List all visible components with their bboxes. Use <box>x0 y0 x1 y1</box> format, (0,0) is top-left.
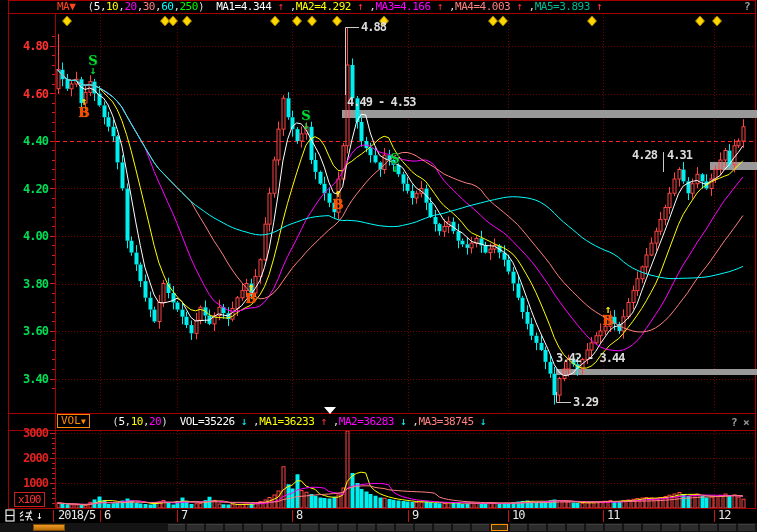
price-annotation: 4.49 - 4.53 <box>347 95 415 109</box>
scrollbar-segment[interactable] <box>605 524 622 531</box>
scrollbar-segment[interactable] <box>472 524 489 531</box>
scrollbar-segment[interactable] <box>358 524 375 531</box>
sep: , <box>406 415 418 428</box>
vol-value: MA3=38745 <box>418 415 473 428</box>
time-axis-label: 8 <box>296 509 302 522</box>
price-axis-label: 4.80 <box>6 39 48 53</box>
sep: , <box>327 415 339 428</box>
scrollbar-segment[interactable] <box>206 524 223 531</box>
ma-param: 250 <box>180 0 198 13</box>
buy-signal-marker: ↑B <box>331 189 345 210</box>
scrollbar-segment[interactable] <box>168 524 185 531</box>
vol-dropdown-icon: ▼ <box>81 417 86 426</box>
scrollbar-segment[interactable] <box>567 524 584 531</box>
paren: ) <box>161 415 173 428</box>
help-icon[interactable]: ? <box>744 0 751 13</box>
scrollbar-segment[interactable] <box>719 524 736 531</box>
volume-unit-box: x100 <box>14 492 45 507</box>
scrollbar-segment[interactable] <box>700 524 717 531</box>
signal-letter: B <box>601 315 615 326</box>
vol-label: VOL <box>61 414 81 427</box>
sep: , <box>284 0 296 13</box>
time-axis-label: 7 <box>181 509 187 522</box>
scrollbar-segment[interactable] <box>662 524 679 531</box>
scrollbar-segment[interactable] <box>339 524 356 531</box>
price-axis-label: 4.40 <box>6 134 48 148</box>
time-axis-label: 6 <box>104 509 110 522</box>
vol-close-icon[interactable]: × <box>743 416 750 429</box>
horizontal-scrollbar[interactable] <box>0 523 757 532</box>
up-arrow-icon: ↑ <box>271 0 283 13</box>
vol-value: MA1=36233 <box>259 415 314 428</box>
price-axis-label: 3.80 <box>6 277 48 291</box>
scrollbar-segment[interactable] <box>548 524 565 531</box>
down-arrow-icon: ↓ <box>394 415 406 428</box>
paren: ( <box>100 415 118 428</box>
up-arrow-icon: ↑ <box>590 0 602 13</box>
down-arrow-icon: ↓ <box>474 415 486 428</box>
sell-signal-marker: S↓ <box>86 55 100 76</box>
price-annotation: 4.28 <box>632 148 657 162</box>
scrollbar-segment[interactable] <box>681 524 698 531</box>
scrollbar-segment[interactable] <box>738 524 755 531</box>
scrollbar-segment[interactable] <box>244 524 261 531</box>
price-annotation: 4.88 <box>361 20 386 34</box>
sep: , <box>363 0 375 13</box>
ma-value: MA1=4.344 <box>216 0 271 13</box>
scrollbar-segment[interactable] <box>510 524 527 531</box>
main-indicator-header: MA▼ (5,10,20,30,60,250) MA1=4.344 ↑ ,MA2… <box>57 0 602 13</box>
scrollbar-segment[interactable] <box>282 524 299 531</box>
scrollbar-segment[interactable] <box>643 524 660 531</box>
scrollbar-segment[interactable] <box>320 524 337 531</box>
scrollbar-segment[interactable] <box>624 524 641 531</box>
scrollbar-segment[interactable] <box>434 524 451 531</box>
period-label-rixian <box>4 509 34 522</box>
scrollbar-segment[interactable] <box>491 524 508 531</box>
ma-value: MA3=4.166 <box>375 0 430 13</box>
price-annotation: 4.31 <box>667 148 692 162</box>
time-axis-label: 11 <box>607 509 619 522</box>
period-dropdown-arrow: ↓ <box>36 509 43 522</box>
volume-axis-label: 3000 <box>6 426 48 440</box>
sep: , <box>247 415 259 428</box>
ma-param: 20 <box>124 0 136 13</box>
scrollbar-segment[interactable] <box>586 524 603 531</box>
vol-help-icon[interactable]: ? <box>731 416 738 429</box>
up-arrow-icon: ↑ <box>314 415 326 428</box>
sell-signal-marker: S↓ <box>299 110 313 131</box>
time-axis-separator <box>53 510 54 522</box>
up-arrow-icon: ↑ <box>351 0 363 13</box>
scrollbar-segment[interactable] <box>415 524 432 531</box>
scrollbar-segment[interactable] <box>301 524 318 531</box>
time-axis-separator <box>508 510 509 522</box>
sell-signal-marker: S↓ <box>388 153 402 174</box>
scrollbar-segment[interactable] <box>377 524 394 531</box>
price-axis-label: 3.60 <box>6 324 48 338</box>
time-axis-separator <box>177 510 178 522</box>
scrollbar-segment[interactable] <box>225 524 242 531</box>
scrollbar-thumb[interactable] <box>33 524 65 531</box>
scrollbar-segment[interactable] <box>529 524 546 531</box>
ma-indicator-button[interactable]: MA▼ <box>57 0 75 13</box>
vol-indicator-button[interactable]: VOL▼ <box>57 414 90 428</box>
down-arrow-icon: ↓ <box>235 415 247 428</box>
price-axis-label: 3.40 <box>6 372 48 386</box>
scrollbar-segment[interactable] <box>453 524 470 531</box>
time-axis-label: 2018/5 <box>58 509 95 522</box>
ma-param: 60 <box>161 0 173 13</box>
scrollbar-segment[interactable] <box>396 524 413 531</box>
buy-signal-marker: ↑B <box>244 283 258 304</box>
scrollbar-segment[interactable] <box>187 524 204 531</box>
period-selector-button[interactable]: ↓ <box>4 509 43 522</box>
buy-signal-marker: ↑B <box>601 305 615 326</box>
buy-signal-marker: ↑B <box>77 97 91 118</box>
chart-canvas[interactable] <box>0 0 757 532</box>
price-annotation: 3.42 - 3.44 <box>556 351 624 365</box>
time-axis-separator <box>292 510 293 522</box>
scrollbar-segment[interactable] <box>263 524 280 531</box>
sep: , <box>443 0 455 13</box>
price-annotation: 3.29 <box>573 395 598 409</box>
ma-value: MA5=3.893 <box>535 0 590 13</box>
ma-value: MA4=4.003 <box>455 0 510 13</box>
paren: ) <box>198 0 210 13</box>
